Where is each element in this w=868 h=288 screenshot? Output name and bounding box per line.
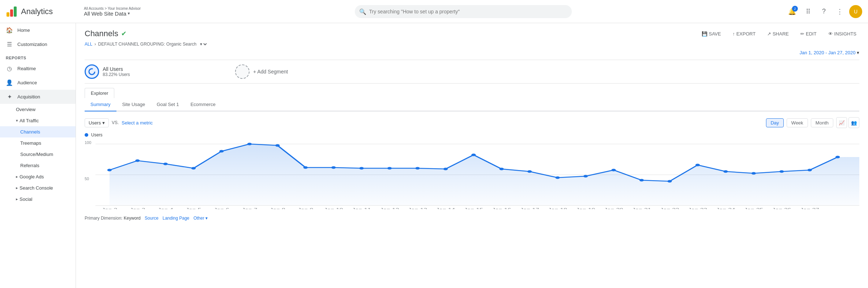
- add-segment-item[interactable]: + Add Segment: [235, 64, 380, 79]
- segment-circle-users: [85, 64, 99, 79]
- account-selector: All Accounts > Your Income Advisor All W…: [84, 7, 141, 17]
- svg-text:Jan 3: Jan 3: [130, 208, 145, 209]
- logo-area: Analytics: [6, 6, 78, 17]
- sidebar-item-search-console-label: Search Console: [20, 185, 53, 191]
- svg-point-13: [275, 144, 280, 147]
- explorer-tab-label[interactable]: Explorer: [85, 88, 114, 98]
- tab-goal-set-1[interactable]: Goal Set 1: [151, 98, 184, 111]
- sidebar-item-google-ads[interactable]: ▸ Google Ads: [0, 171, 76, 182]
- segment-bar: All Users 83.22% Users + Add Segment: [85, 60, 859, 84]
- help-button[interactable]: ?: [817, 5, 830, 18]
- share-icon: ↗: [767, 31, 771, 37]
- sidebar-item-acquisition[interactable]: ✦ Acquisition: [0, 90, 76, 104]
- svg-text:Jan 5: Jan 5: [186, 208, 201, 209]
- metric-dropdown-icon: ▾: [102, 120, 105, 126]
- avatar[interactable]: U: [849, 5, 862, 18]
- svg-text:Jan 20: Jan 20: [604, 208, 623, 209]
- sidebar-item-realtime-label: Realtime: [17, 66, 36, 71]
- chart-area: 100 50: [85, 140, 859, 213]
- breadcrumb-dropdown[interactable]: ▾: [199, 41, 208, 47]
- primary-metric-button[interactable]: Users ▾: [85, 118, 109, 127]
- all-users-segment: All Users 83.22% Users: [85, 64, 229, 79]
- date-range[interactable]: Jan 1, 2020 - Jan 27, 2020 ▾: [85, 50, 859, 55]
- svg-point-8: [135, 160, 140, 162]
- search-input[interactable]: [355, 5, 572, 18]
- apps-button[interactable]: ⠿: [801, 5, 814, 18]
- date-range-text: Jan 1, 2020 - Jan 27, 2020: [800, 50, 856, 55]
- sidebar-item-channels-label: Channels: [20, 129, 40, 135]
- select-metric-button[interactable]: Select a metric: [122, 120, 153, 126]
- sidebar-item-source-medium[interactable]: Source/Medium: [0, 149, 76, 160]
- page-title: Channels: [85, 29, 118, 38]
- sidebar-item-overview[interactable]: Overview: [0, 104, 76, 115]
- google-ads-expand-icon: ▸: [16, 174, 18, 179]
- search-bar-container: 🔍: [149, 5, 777, 18]
- explorer-tab-bar: Explorer: [85, 88, 859, 98]
- share-button[interactable]: ↗ SHARE: [764, 30, 792, 38]
- export-button[interactable]: ↑ EXPORT: [729, 30, 758, 38]
- ga-logo: [6, 6, 17, 17]
- notifications-button[interactable]: 🔔 2: [786, 5, 799, 18]
- metric-selectors: Users ▾ VS. Select a metric: [85, 118, 153, 127]
- svg-text:Jan 7: Jan 7: [242, 208, 257, 209]
- insights-button[interactable]: 👁 INSIGHTS: [825, 30, 859, 38]
- more-options-button[interactable]: ⋮: [833, 5, 846, 18]
- property-selector[interactable]: All Web Site Data ▾: [84, 10, 141, 17]
- svg-text:Jan 2: Jan 2: [102, 208, 117, 209]
- sidebar-item-channels[interactable]: Channels: [0, 126, 76, 137]
- period-month-button[interactable]: Month: [811, 118, 833, 127]
- svg-point-29: [723, 170, 728, 173]
- breadcrumb-all-link[interactable]: ALL: [85, 42, 92, 47]
- keyword-link: Keyword: [124, 216, 141, 221]
- sidebar-item-customization-label: Customization: [17, 42, 47, 47]
- sidebar-item-search-console[interactable]: ▸ Search Console: [0, 182, 76, 194]
- svg-text:Jan 21: Jan 21: [632, 208, 651, 209]
- svg-point-30: [752, 172, 756, 175]
- sidebar-item-referrals[interactable]: Referrals: [0, 160, 76, 171]
- sidebar-item-referrals-label: Referrals: [20, 163, 39, 168]
- chart-legend: Users: [85, 132, 859, 137]
- svg-text:Jan 17: Jan 17: [520, 208, 539, 209]
- line-chart-button[interactable]: 📈: [836, 117, 847, 128]
- save-button[interactable]: 💾 SAVE: [699, 30, 724, 38]
- tab-summary[interactable]: Summary: [85, 98, 116, 111]
- verified-icon: ✔: [121, 30, 127, 38]
- svg-text:Jan 24: Jan 24: [716, 208, 735, 209]
- main-content: Channels ✔ 💾 SAVE ↑ EXPORT ↗ SHARE ✏: [76, 23, 868, 288]
- save-icon: 💾: [702, 31, 707, 37]
- edit-button[interactable]: ✏ EDIT: [797, 30, 820, 38]
- y-label-50: 50: [85, 177, 89, 181]
- tab-ecommerce[interactable]: Ecommerce: [185, 98, 221, 111]
- svg-rect-0: [7, 12, 9, 17]
- sidebar-item-home[interactable]: 🏠 Home: [0, 23, 76, 37]
- svg-text:Jan 13: Jan 13: [408, 208, 427, 209]
- social-expand-icon: ▸: [16, 197, 18, 202]
- period-day-button[interactable]: Day: [766, 118, 784, 127]
- svg-point-31: [779, 170, 784, 173]
- bar-chart-button[interactable]: 👥: [848, 117, 859, 128]
- period-week-button[interactable]: Week: [787, 118, 808, 127]
- svg-point-25: [611, 169, 616, 171]
- sidebar-item-customization[interactable]: ☰ Customization: [0, 37, 76, 51]
- sidebar-item-social[interactable]: ▸ Social: [0, 194, 76, 205]
- svg-text:Jan 15: Jan 15: [464, 208, 483, 209]
- breadcrumb: ALL › DEFAULT CHANNEL GROUPING: Organic …: [85, 41, 859, 47]
- sidebar-item-audience[interactable]: 👤 Audience: [0, 76, 76, 90]
- svg-point-3: [89, 69, 95, 75]
- svg-text:Jan 16: Jan 16: [492, 208, 511, 209]
- sidebar-item-realtime[interactable]: ◷ Realtime: [0, 62, 76, 76]
- sidebar-item-treemaps[interactable]: Treemaps: [0, 137, 76, 149]
- search-icon: 🔍: [359, 8, 366, 15]
- source-link[interactable]: Source: [145, 216, 158, 221]
- svg-point-27: [667, 180, 672, 183]
- sidebar-item-all-traffic[interactable]: ▾ All Traffic: [0, 115, 76, 126]
- svg-point-33: [835, 156, 840, 158]
- all-users-pct: 83.22% Users: [103, 72, 130, 77]
- app-title: Analytics: [21, 7, 53, 16]
- other-link[interactable]: Other ▾: [193, 216, 208, 221]
- header-actions: 💾 SAVE ↑ EXPORT ↗ SHARE ✏ EDIT 👁 INS: [699, 30, 859, 38]
- segment-donut-icon: [88, 68, 95, 75]
- landing-page-link[interactable]: Landing Page: [162, 216, 189, 221]
- tab-site-usage[interactable]: Site Usage: [116, 98, 151, 111]
- svg-point-17: [387, 167, 392, 170]
